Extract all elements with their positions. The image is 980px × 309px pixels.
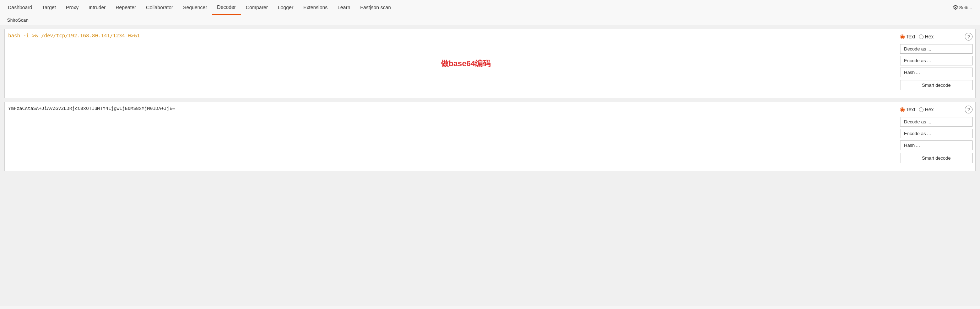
panel1-radio-row: Text Hex ?	[900, 33, 972, 40]
panel2-textarea[interactable]	[5, 102, 897, 171]
navbar-bottom: ShiroScan	[3, 15, 977, 25]
panel1-textarea[interactable]	[5, 29, 897, 98]
main-content: 做base64编码 Text Hex ? Decode as ... Encod…	[0, 25, 980, 306]
panel2-hex-label: Hex	[925, 107, 934, 112]
nav-extensions[interactable]: Extensions	[298, 0, 332, 15]
panel2-radio-row: Text Hex ?	[900, 106, 972, 114]
panel-2: Text Hex ? Decode as ... Encode as ... H…	[4, 102, 976, 171]
panel2-text-label: Text	[906, 107, 915, 112]
panel1-text-radio-label[interactable]: Text	[900, 34, 915, 40]
panel2-help-icon[interactable]: ?	[965, 106, 972, 114]
panel2-hex-radio-label[interactable]: Hex	[919, 107, 934, 112]
panel1-hex-label: Hex	[925, 34, 934, 40]
sub-nav-shiroscan[interactable]: ShiroScan	[3, 16, 33, 24]
panel1-encode-btn[interactable]: Encode as ...	[900, 56, 972, 66]
panel2-controls: Text Hex ? Decode as ... Encode as ... H…	[897, 102, 975, 171]
panel2-text-radio-label[interactable]: Text	[900, 107, 915, 112]
panel1-text-label: Text	[906, 34, 915, 40]
panel2-output-area	[5, 102, 897, 171]
navbar-top: Dashboard Target Proxy Intruder Repeater…	[3, 0, 977, 15]
settings-icon: ⚙	[953, 3, 958, 11]
panel1-hex-radio[interactable]	[919, 35, 924, 39]
panel2-encode-btn[interactable]: Encode as ...	[900, 129, 972, 138]
panel1-hex-radio-label[interactable]: Hex	[919, 34, 934, 40]
panel2-text-radio[interactable]	[900, 107, 905, 112]
panel1-hash-btn[interactable]: Hash ...	[900, 67, 972, 77]
nav-proxy[interactable]: Proxy	[61, 0, 83, 15]
panel1-help-icon[interactable]: ?	[965, 33, 972, 40]
nav-fastjson-scan[interactable]: Fastjson scan	[355, 0, 396, 15]
panel2-hex-radio[interactable]	[919, 107, 924, 112]
panel1-text-radio[interactable]	[900, 35, 905, 39]
nav-logger[interactable]: Logger	[273, 0, 298, 15]
nav-comparer[interactable]: Comparer	[241, 0, 273, 15]
panel1-decode-btn[interactable]: Decode as ...	[900, 44, 972, 54]
panel1-input-area: 做base64编码	[5, 29, 897, 98]
nav-collaborator[interactable]: Collaborator	[141, 0, 178, 15]
settings-label: Setti...	[959, 5, 972, 10]
panel2-decode-btn[interactable]: Decode as ...	[900, 117, 972, 126]
nav-repeater[interactable]: Repeater	[110, 0, 141, 15]
panel1-smart-decode-btn[interactable]: Smart decode	[900, 80, 972, 90]
nav-decoder[interactable]: Decoder	[212, 0, 241, 15]
nav-settings[interactable]: ⚙ Setti...	[948, 0, 977, 15]
panel2-hash-btn[interactable]: Hash ...	[900, 141, 972, 150]
panel1-controls: Text Hex ? Decode as ... Encode as ... H…	[897, 29, 975, 98]
panel-1: 做base64编码 Text Hex ? Decode as ... Encod…	[4, 29, 976, 98]
nav-intruder[interactable]: Intruder	[83, 0, 110, 15]
nav-learn[interactable]: Learn	[332, 0, 355, 15]
panel2-smart-decode-btn[interactable]: Smart decode	[900, 153, 972, 163]
nav-target[interactable]: Target	[37, 0, 61, 15]
navbar: Dashboard Target Proxy Intruder Repeater…	[0, 0, 980, 25]
nav-sequencer[interactable]: Sequencer	[178, 0, 212, 15]
nav-dashboard[interactable]: Dashboard	[3, 0, 37, 15]
